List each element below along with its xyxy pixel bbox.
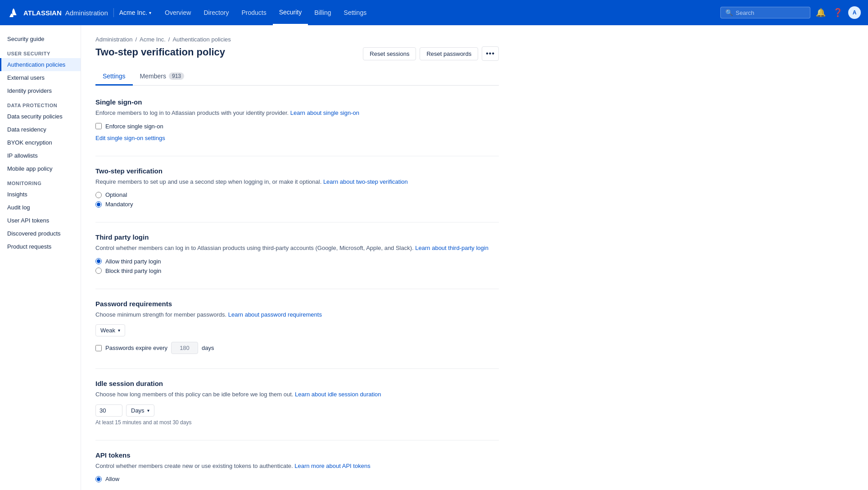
api-tokens-desc-text: Control whether members create new or us…	[95, 463, 293, 469]
org-name: Acme Inc.	[119, 9, 147, 16]
password-expire-unit: days	[202, 345, 214, 351]
allow-third-party-radio[interactable]	[95, 258, 102, 264]
org-switcher[interactable]: Acme Inc. ▾	[119, 9, 151, 16]
tab-members-label: Members	[140, 73, 166, 80]
two-step-section: Two-step verification Require members to…	[95, 167, 499, 208]
two-step-optional-radio[interactable]	[95, 192, 102, 198]
sidebar-item-identity-providers[interactable]: Identity providers	[0, 84, 81, 97]
password-description: Choose minimum strength for member passw…	[95, 310, 499, 319]
nav-billing[interactable]: Billing	[308, 0, 337, 25]
third-party-section: Third party login Control whether member…	[95, 233, 499, 274]
nav-overview[interactable]: Overview	[158, 0, 197, 25]
api-tokens-description: Control whether members create new or us…	[95, 462, 499, 471]
two-step-learn-link[interactable]: Learn about two-step verification	[323, 178, 408, 185]
app-name-text: Administration	[65, 9, 108, 17]
help-icon[interactable]: ❓	[831, 6, 845, 19]
api-tokens-allow-row[interactable]: Allow	[95, 476, 499, 482]
nav-settings[interactable]: Settings	[338, 0, 373, 25]
sidebar-item-data-security-policies[interactable]: Data security policies	[0, 110, 81, 123]
chevron-down-icon: ▾	[118, 328, 120, 333]
sidebar-item-user-api-tokens[interactable]: User API tokens	[0, 214, 81, 227]
content-area: Administration / Acme Inc. / Authenticat…	[81, 25, 513, 490]
reset-passwords-button[interactable]: Reset passwords	[420, 47, 478, 60]
password-expire-input[interactable]	[171, 342, 198, 354]
sidebar-item-product-requests[interactable]: Product requests	[0, 240, 81, 253]
password-expire-checkbox[interactable]	[95, 345, 102, 351]
tab-settings[interactable]: Settings	[95, 68, 133, 86]
password-strength-select[interactable]: Weak ▾	[95, 324, 125, 336]
two-step-optional-label: Optional	[105, 191, 127, 198]
allow-third-party-row[interactable]: Allow third party login	[95, 258, 499, 265]
idle-session-inputs: Days ▾	[95, 404, 499, 417]
password-expire-label: Passwords expire every	[105, 345, 167, 351]
api-tokens-section: API tokens Control whether members creat…	[95, 451, 499, 483]
allow-third-party-label: Allow third party login	[105, 258, 161, 265]
sidebar-item-external-users[interactable]: External users	[0, 71, 81, 84]
nav-directory[interactable]: Directory	[197, 0, 235, 25]
password-strength-value: Weak	[100, 327, 115, 334]
chevron-down-icon: ▾	[149, 10, 151, 15]
members-count-badge: 913	[169, 73, 184, 80]
password-expire-row[interactable]: Passwords expire every days	[95, 342, 499, 354]
api-tokens-title: API tokens	[95, 451, 499, 459]
password-learn-link[interactable]: Learn about password requirements	[228, 311, 322, 318]
sidebar-item-insights[interactable]: Insights	[0, 188, 81, 201]
more-actions-button[interactable]: •••	[482, 46, 499, 61]
block-third-party-label: Block third party login	[105, 268, 161, 274]
reset-sessions-button[interactable]: Reset sessions	[363, 47, 416, 60]
third-party-desc-text: Control whether members can log in to At…	[95, 245, 414, 251]
more-icon: •••	[486, 50, 495, 58]
sidebar-item-mobile-app-policy[interactable]: Mobile app policy	[0, 162, 81, 175]
block-third-party-radio[interactable]	[95, 268, 102, 274]
nav-divider	[113, 8, 114, 17]
user-avatar[interactable]: A	[848, 6, 861, 19]
sidebar-section-data-protection: DATA PROTECTION	[0, 97, 81, 110]
idle-session-learn-link[interactable]: Learn about idle session duration	[295, 391, 381, 398]
sso-learn-link[interactable]: Learn about single sign-on	[290, 109, 359, 116]
two-step-optional-row[interactable]: Optional	[95, 191, 499, 198]
enforce-sso-label: Enforce single sign-on	[105, 123, 163, 130]
idle-session-value-input[interactable]	[95, 404, 122, 417]
breadcrumb-administration[interactable]: Administration	[95, 36, 132, 43]
idle-session-hint: At least 15 minutes and at most 30 days	[95, 419, 499, 426]
two-step-mandatory-row[interactable]: Mandatory	[95, 201, 499, 208]
sidebar-item-data-residency[interactable]: Data residency	[0, 123, 81, 136]
search-input[interactable]	[736, 9, 805, 16]
sidebar-item-security-guide[interactable]: Security guide	[0, 32, 81, 45]
nav-security[interactable]: Security	[273, 0, 308, 25]
api-tokens-learn-link[interactable]: Learn more about API tokens	[294, 463, 370, 469]
sidebar-section-monitoring: MONITORING	[0, 175, 81, 188]
divider-5	[95, 440, 499, 440]
sso-section: Single sign-on Enforce members to log in…	[95, 98, 499, 141]
two-step-description: Require members to set up and use a seco…	[95, 177, 499, 186]
enforce-sso-checkbox[interactable]	[95, 123, 102, 129]
api-tokens-allow-radio[interactable]	[95, 476, 102, 482]
notifications-icon[interactable]: 🔔	[814, 6, 827, 19]
two-step-mandatory-radio[interactable]	[95, 201, 102, 208]
sidebar-item-authentication-policies[interactable]: Authentication policies	[0, 58, 81, 71]
divider-3	[95, 289, 499, 289]
sidebar-item-discovered-products[interactable]: Discovered products	[0, 227, 81, 240]
breadcrumb-current[interactable]: Authentication policies	[172, 36, 231, 43]
api-tokens-allow-label: Allow	[105, 476, 119, 482]
third-party-learn-link[interactable]: Learn about third-party login	[415, 245, 488, 251]
password-title: Password requirements	[95, 300, 499, 308]
sidebar-section-user-security: USER SECURITY	[0, 45, 81, 58]
layout: Security guide USER SECURITY Authenticat…	[0, 25, 868, 490]
breadcrumb-org[interactable]: Acme Inc.	[140, 36, 166, 43]
divider-2	[95, 222, 499, 222]
tab-members[interactable]: Members 913	[133, 68, 191, 86]
sidebar-item-audit-log[interactable]: Audit log	[0, 201, 81, 214]
search-box[interactable]: 🔍	[720, 7, 810, 18]
main-nav: Overview Directory Products Security Bil…	[158, 0, 373, 25]
sidebar-item-byok-encryption[interactable]: BYOK encryption	[0, 136, 81, 149]
tabs: Settings Members 913	[95, 68, 499, 86]
main-content: Administration / Acme Inc. / Authenticat…	[81, 25, 868, 490]
sidebar-item-ip-allowlists[interactable]: IP allowlists	[0, 149, 81, 162]
idle-session-unit-select[interactable]: Days ▾	[126, 404, 154, 417]
idle-session-desc-text: Choose how long members of this policy c…	[95, 391, 293, 398]
enforce-sso-checkbox-row[interactable]: Enforce single sign-on	[95, 123, 499, 130]
edit-sso-settings-link[interactable]: Edit single sign-on settings	[95, 135, 165, 141]
nav-products[interactable]: Products	[235, 0, 272, 25]
block-third-party-row[interactable]: Block third party login	[95, 268, 499, 274]
